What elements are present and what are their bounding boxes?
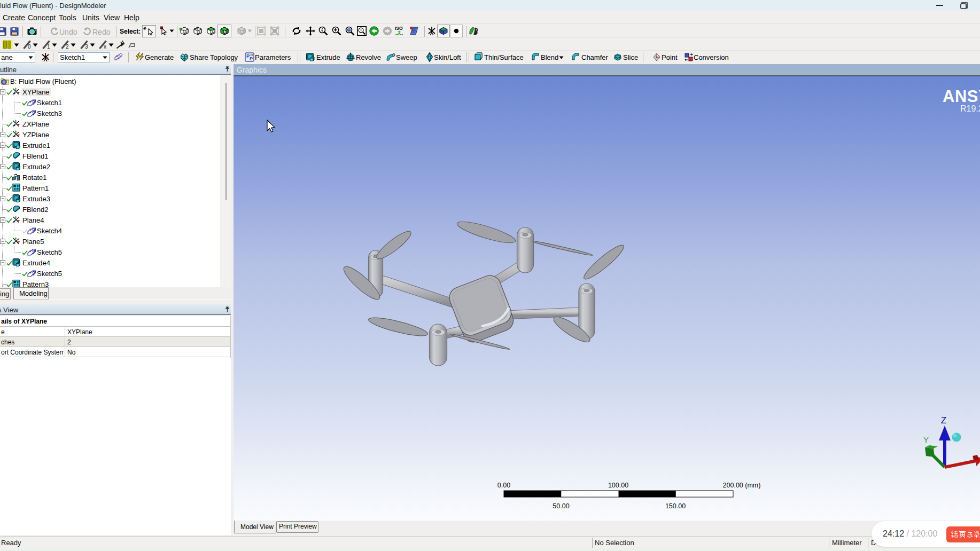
- svg-text:ISO: ISO: [395, 26, 403, 31]
- svg-text:50.00: 50.00: [553, 502, 569, 510]
- svg-text:100.00: 100.00: [608, 482, 628, 489]
- svg-text:200.00 (mm): 200.00 (mm): [723, 482, 761, 489]
- svg-text:P: P: [250, 56, 253, 61]
- svg-text:0.00: 0.00: [497, 482, 510, 489]
- svg-text:Y: Y: [923, 435, 929, 444]
- svg-text:Z: Z: [941, 415, 946, 426]
- svg-text:150.00: 150.00: [665, 502, 686, 510]
